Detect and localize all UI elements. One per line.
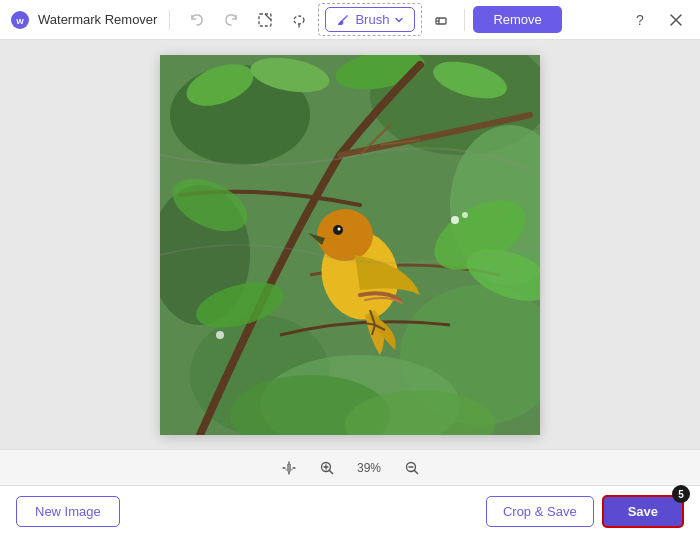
status-bar: 39% [0, 449, 700, 485]
new-image-button[interactable]: New Image [16, 496, 120, 527]
right-buttons: Crop & Save 5 Save [486, 495, 684, 528]
lasso-tool-button[interactable] [284, 6, 314, 34]
close-button[interactable] [662, 6, 690, 34]
svg-point-18 [317, 209, 373, 261]
app-title: Watermark Remover [38, 12, 157, 27]
bird-scene-svg [160, 55, 540, 435]
eraser-tool-button[interactable] [426, 6, 456, 34]
app-logo-icon: W [10, 10, 30, 30]
zoom-out-button[interactable] [399, 455, 425, 481]
pan-tool-button[interactable] [276, 455, 302, 481]
canvas-area [0, 40, 700, 449]
image-container [160, 55, 540, 435]
svg-point-20 [338, 227, 341, 230]
undo-button[interactable] [182, 6, 212, 34]
redo-button[interactable] [216, 6, 246, 34]
remove-button[interactable]: Remove [473, 6, 561, 33]
svg-point-26 [462, 212, 468, 218]
svg-rect-2 [259, 14, 271, 26]
help-button[interactable]: ? [626, 6, 654, 34]
save-btn-wrapper: 5 Save [602, 495, 684, 528]
bird-image [160, 55, 540, 435]
crop-save-button[interactable]: Crop & Save [486, 496, 594, 527]
toolbar-separator [464, 9, 465, 31]
toolbar: Brush Remove [182, 3, 561, 36]
brush-label: Brush [355, 12, 389, 27]
svg-point-3 [294, 16, 304, 24]
zoom-in-button[interactable] [314, 455, 340, 481]
zoom-level: 39% [352, 461, 387, 475]
svg-text:W: W [16, 17, 24, 26]
title-bar: W Watermark Remover [0, 0, 700, 40]
save-badge: 5 [672, 485, 690, 503]
svg-point-27 [216, 331, 224, 339]
selection-tool-button[interactable] [250, 6, 280, 34]
save-button[interactable]: Save [602, 495, 684, 528]
brush-tool-button[interactable]: Brush [325, 7, 415, 32]
brush-tool-wrapper: Brush [318, 3, 422, 36]
svg-point-25 [451, 216, 459, 224]
bottom-bar: New Image Crop & Save 5 Save [0, 485, 700, 537]
title-divider [169, 10, 170, 30]
